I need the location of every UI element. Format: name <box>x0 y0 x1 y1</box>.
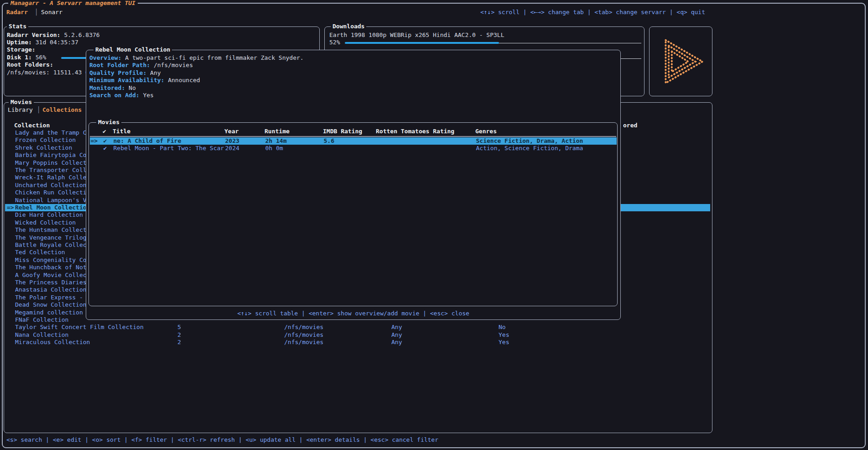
downloads-panel-title: Downloads <box>331 23 366 30</box>
detail-field: Minimum Availability: Announced <box>89 77 200 84</box>
collection-quality-profile: Any <box>391 339 402 346</box>
detail-field: Overview: A two-part sci-fi epic from fi… <box>89 54 304 62</box>
collection-name: A Goofy Movie Collect <box>15 272 90 279</box>
modal-column-header: Rotten Tomatoes Rating <box>376 128 454 135</box>
collection-name: Ted Collection <box>15 249 65 256</box>
movies-panel-title: Movies <box>9 99 34 106</box>
collection-movie-count: 2 <box>177 331 181 339</box>
detail-field: Monitored: No <box>89 84 136 92</box>
tab-sonarr[interactable]: Sonarr <box>41 9 62 16</box>
modal-movie-row[interactable]: ✔Rebel Moon - Part Two: The Scar20240h 0… <box>90 145 617 152</box>
collection-name: Frozen Collection <box>15 136 76 144</box>
movie-runtime: 0h 0m <box>265 145 283 152</box>
collection-root-folder: /nfs/movies <box>284 324 323 331</box>
collection-name: Miraculous Collection <box>15 339 90 346</box>
collection-name: Wicked Collection <box>15 219 76 226</box>
field-value: Announced <box>164 77 200 84</box>
field-value: Yes <box>140 92 154 99</box>
collection-name: The Polar Express - C <box>15 294 90 301</box>
bottom-keybind-hints: <s> search | <e> edit | <o> sort | <f> f… <box>6 436 438 444</box>
radarr-version-line: Radarr Version:5.2.6.8376 <box>7 31 100 39</box>
collection-name: Lady and the Tramp Co <box>15 129 90 136</box>
top-keybind-hints: <↑↓> scroll | <←→> change tab | <tab> ch… <box>480 9 705 16</box>
modal-column-header: Year <box>224 128 239 135</box>
movie-year: 2024 <box>225 145 239 152</box>
field-value: No <box>125 84 135 91</box>
version-value: 5.2.6.8376 <box>60 31 99 38</box>
collection-root-folder: /nfs/movies <box>284 339 323 346</box>
collection-monitored: Yes <box>499 331 509 339</box>
field-label: Search on Add: <box>89 92 140 99</box>
logo-panel <box>649 26 712 96</box>
collection-monitored: Yes <box>499 339 509 346</box>
collections-column-header: Collection <box>14 122 50 129</box>
modal-column-header: ✔ <box>103 128 106 135</box>
collection-quality-profile: Any <box>391 324 402 331</box>
stats-panel-title: Stats <box>7 23 28 30</box>
monitored-check-icon: ✔ <box>104 137 107 145</box>
collection-root-folder: /nfs/movies <box>284 331 323 339</box>
collection-name: Uncharted Collection <box>15 182 87 189</box>
modal-keybind-hints: <↑↓> scroll table | <enter> show overvie… <box>86 310 620 317</box>
collection-name: Miss Congeniality Col <box>15 256 90 264</box>
field-label: Overview: <box>89 54 121 61</box>
uptime-value: 31d 04:35:37 <box>32 39 78 46</box>
tab-collections[interactable]: Collections <box>42 106 82 114</box>
modal-column-header: Runtime <box>265 128 290 135</box>
app: Managarr - A Servarr management TUI Rada… <box>0 0 868 450</box>
download-progress-gauge <box>345 42 641 44</box>
download-item-percent: 52% <box>329 39 340 46</box>
movie-runtime: 2h 14m <box>265 137 287 145</box>
disk-value: 56% <box>32 54 46 61</box>
modal-column-header: Genres <box>475 128 497 135</box>
field-value: Any <box>146 69 161 76</box>
collection-name: Chicken Run Collectio <box>15 189 90 196</box>
collection-row[interactable]: Miraculous Collection2/nfs/moviesAnyYes <box>5 339 710 346</box>
disk-usage-line: Disk 1:56% <box>7 54 46 61</box>
modal-movie-row[interactable]: =>✔ne: A Child of Fire20232h 14m5.6Scien… <box>90 137 617 145</box>
field-value: A two-part sci-fi epic from filmmaker Za… <box>121 54 303 61</box>
movie-title: Rebel Moon - Part Two: The Scar <box>114 145 224 152</box>
modal-movies-panel: Movies ✔TitleYearRuntimeIMDB RatingRotte… <box>88 122 618 306</box>
collection-name: The Transporter Colle <box>15 167 90 174</box>
collection-name: FNaF Collection <box>15 316 68 324</box>
collection-name: Die Hard Collection <box>15 211 83 219</box>
collection-name: National Lampoon's Va <box>15 197 90 204</box>
modal-title: Rebel Moon Collection <box>94 46 172 53</box>
monitored-column-header-fragment: ored <box>623 122 637 129</box>
collection-name: Barbie Fairytopia Col <box>15 152 90 159</box>
collection-name: Taylor Swift Concert Film Collection <box>15 324 144 331</box>
root-folders-label: Root Folders: <box>7 61 53 68</box>
collection-name: Anastasia Collection <box>15 286 87 293</box>
movie-imdb-rating: 5.6 <box>324 137 334 145</box>
tab-library[interactable]: Library <box>8 106 33 114</box>
movie-genres: Action, Science Fiction, Drama <box>476 145 583 152</box>
selection-arrow-icon: => <box>7 204 14 211</box>
tab-radarr[interactable]: Radarr <box>6 9 28 16</box>
download-item-name: Earth 1998 1080p WEBRip x265 Hindi AAC2.… <box>329 31 504 39</box>
collection-row[interactable]: Nana Collection2/nfs/moviesAnyYes <box>5 331 710 339</box>
collection-row[interactable]: Taylor Swift Concert Film Collection5/nf… <box>5 324 710 331</box>
collection-details-modal: Rebel Moon Collection Overview: A two-pa… <box>86 50 621 320</box>
tab-divider: │ <box>35 9 38 16</box>
collection-name: Mary Poppins Collecti <box>15 159 90 167</box>
field-label: Monitored: <box>89 84 125 91</box>
modal-column-header: IMDB Rating <box>323 128 362 135</box>
version-label: Radarr Version: <box>7 31 60 38</box>
collection-name: The Huntsman Collecti <box>15 226 90 234</box>
collection-movie-count: 5 <box>177 324 181 331</box>
movie-year: 2023 <box>225 137 239 145</box>
collection-name: Battle Royale Collect <box>15 241 90 249</box>
root-folder-value: /nfs/movies: 11511.43 GB <box>7 69 93 76</box>
app-title: Managarr - A Servarr management TUI <box>8 0 138 7</box>
selection-arrow-icon: => <box>91 137 98 145</box>
collection-name: Shrek Collection <box>15 144 72 152</box>
collection-quality-profile: Any <box>391 331 402 339</box>
collection-name: Nana Collection <box>15 331 68 339</box>
modal-table-header: ✔TitleYearRuntimeIMDB RatingRotten Tomat… <box>89 128 617 135</box>
gauge-fill <box>345 42 499 44</box>
field-label: Root Folder Path: <box>89 62 150 68</box>
play-triangle-icon <box>655 36 707 87</box>
collection-name: Wreck-It Ralph Collec <box>15 174 90 181</box>
movies-tab-divider: │ <box>37 106 41 114</box>
